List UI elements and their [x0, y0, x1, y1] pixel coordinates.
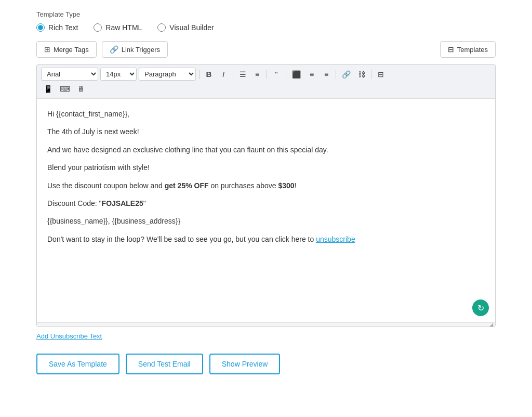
line6-pre: Discount Code: ": [47, 199, 102, 207]
toolbar-divider2: [233, 70, 233, 79]
blockquote-button[interactable]: ": [270, 68, 283, 81]
align-right-button[interactable]: ≡: [320, 68, 332, 81]
link-button[interactable]: 🔗: [339, 68, 353, 81]
line5-bold: get 25% OFF: [165, 181, 209, 190]
editor-toolbar-row1: Arial Georgia Times New Roman Verdana 10…: [41, 68, 491, 81]
editor-content[interactable]: Hi {{contact_first_name}}, The 4th of Ju…: [37, 99, 495, 322]
link-icon: 🔗: [110, 45, 118, 54]
editor-toolbar: Arial Georgia Times New Roman Verdana 10…: [37, 64, 495, 99]
templates-button[interactable]: ⊟ Templates: [440, 41, 496, 58]
show-preview-button[interactable]: Show Preview: [209, 354, 281, 374]
editor-toolbar-row2: 📱 ⌨ 🖥: [41, 83, 491, 95]
merge-tags-button[interactable]: ⊞ Merge Tags: [36, 41, 97, 58]
line6-end: ": [143, 199, 146, 207]
toolbar-divider5: [336, 70, 336, 79]
content-line6: Discount Code: "FOJSALE25": [47, 198, 485, 209]
content-line8: Don't want to stay in the loop? We'll be…: [47, 233, 485, 245]
add-unsubscribe-link[interactable]: Add Unsubscribe Text: [36, 332, 102, 340]
radio-raw-html-input[interactable]: [94, 23, 102, 32]
link-triggers-label: Link Triggers: [122, 46, 160, 54]
unsubscribe-link[interactable]: unsubscribe: [316, 235, 355, 243]
merge-tags-label: Merge Tags: [54, 46, 89, 54]
toolbar-divider6: [371, 70, 371, 79]
refresh-button[interactable]: ↻: [472, 299, 489, 316]
link-triggers-button[interactable]: 🔗 Link Triggers: [102, 41, 168, 58]
content-line1: Hi {{contact_first_name}},: [47, 108, 485, 120]
merge-tags-icon: ⊞: [44, 45, 50, 54]
line5-end: !: [295, 181, 297, 190]
line5-mid: on purchases above: [209, 181, 278, 190]
radio-visual-builder-input[interactable]: [157, 23, 166, 32]
toolbar-divider1: [199, 70, 200, 79]
radio-group: Rich Text Raw HTML Visual Builder: [36, 23, 496, 32]
radio-visual-builder-label: Visual Builder: [169, 23, 214, 32]
radio-rich-text[interactable]: Rich Text: [36, 23, 78, 32]
radio-rich-text-label: Rich Text: [48, 23, 78, 32]
align-center-button[interactable]: ≡: [305, 68, 318, 81]
templates-label: Templates: [457, 46, 488, 54]
line5-pre: Use the discount coupon below and: [47, 181, 165, 190]
line5-bold2: $300: [278, 181, 294, 190]
radio-rich-text-input[interactable]: [36, 23, 45, 32]
save-as-template-button[interactable]: Save As Template: [36, 354, 119, 374]
template-type-label: Template Type: [36, 10, 496, 18]
desktop-view-button[interactable]: 🖥: [75, 83, 87, 95]
format-select[interactable]: Paragraph Heading 1 Heading 2 Heading 3: [139, 68, 196, 81]
editor-wrapper: Hi {{contact_first_name}}, The 4th of Ju…: [37, 99, 495, 322]
content-line5: Use the discount coupon below and get 25…: [47, 180, 485, 191]
radio-raw-html-label: Raw HTML: [105, 23, 142, 32]
editor-container: Arial Georgia Times New Roman Verdana 10…: [36, 64, 496, 327]
radio-visual-builder[interactable]: Visual Builder: [157, 23, 214, 32]
size-select[interactable]: 10px 12px 14px 16px 18px 24px: [100, 68, 137, 81]
content-line3: And we have designed an exclusive clothi…: [47, 144, 485, 155]
toolbar-divider4: [286, 70, 286, 79]
resize-bar: ◢: [37, 322, 495, 327]
content-line7: {{business_name}}, {{business_address}}: [47, 215, 485, 227]
templates-icon: ⊟: [448, 45, 454, 54]
bottom-buttons: Save As Template Send Test Email Show Pr…: [36, 354, 496, 374]
main-container: Template Type Rich Text Raw HTML Visual …: [0, 0, 532, 417]
line6-bold: FOJSALE25: [102, 199, 143, 207]
italic-button[interactable]: I: [217, 68, 230, 81]
content-line4: Blend your patriotism with style!: [47, 162, 485, 173]
table-button[interactable]: ⊟: [375, 68, 387, 81]
send-test-email-button[interactable]: Send Test Email: [126, 354, 203, 374]
align-left-button[interactable]: ⬛: [289, 68, 303, 81]
toolbar-row: ⊞ Merge Tags 🔗 Link Triggers ⊟ Templates: [36, 41, 496, 58]
unordered-list-button[interactable]: ☰: [236, 68, 249, 81]
toolbar-left: ⊞ Merge Tags 🔗 Link Triggers: [36, 41, 168, 58]
tablet-view-button[interactable]: ⌨: [57, 83, 73, 95]
radio-raw-html[interactable]: Raw HTML: [94, 23, 142, 32]
font-select[interactable]: Arial Georgia Times New Roman Verdana: [41, 68, 98, 81]
line8-pre: Don't want to stay in the loop? We'll be…: [47, 235, 316, 243]
unlink-button[interactable]: ⛓: [355, 68, 368, 81]
ordered-list-button[interactable]: ≡: [251, 68, 263, 81]
toolbar-divider3: [267, 70, 267, 79]
bold-button[interactable]: B: [203, 68, 215, 81]
content-line2: The 4th of July is next week!: [47, 126, 485, 137]
mobile-view-button[interactable]: 📱: [41, 83, 55, 95]
